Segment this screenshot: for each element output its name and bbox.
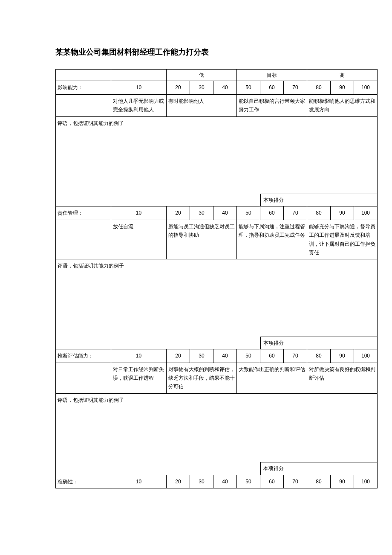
- score-100: 100: [354, 349, 378, 363]
- score-10: 10: [111, 206, 167, 220]
- score-60: 60: [260, 475, 284, 488]
- section-3-comment-label: 评语，包括证明其能力的例子: [56, 393, 378, 407]
- score-100: 100: [354, 81, 378, 94]
- score-20: 20: [167, 81, 190, 94]
- section-1-label: 影响能力：: [56, 81, 111, 94]
- section-2-desc-1: 放任自流: [111, 220, 167, 259]
- section-3-desc-3: 大致能作出正确的判断和评估: [237, 363, 307, 393]
- score-90: 90: [331, 81, 354, 94]
- score-90: 90: [331, 349, 354, 363]
- header-low: 低: [167, 70, 237, 81]
- section-3-comment-area[interactable]: [56, 407, 260, 475]
- score-100: 100: [354, 206, 378, 220]
- section-3-desc-2: 对事物有大概的判断和评估，缺乏方法和手段，结果不能十分可信: [167, 363, 237, 393]
- score-60: 60: [260, 206, 284, 220]
- section-1-comment-area[interactable]: [56, 130, 260, 206]
- score-30: 30: [190, 475, 213, 488]
- score-30: 30: [190, 206, 213, 220]
- section-2-comment-area[interactable]: [56, 273, 260, 349]
- score-10: 10: [111, 475, 167, 488]
- score-30: 30: [190, 81, 213, 94]
- score-50: 50: [237, 206, 260, 220]
- section-2-score-label: 本项得分: [260, 337, 378, 349]
- section-2-desc-2: 虽能与员工沟通但缺乏对员工的指导和协助: [167, 220, 237, 259]
- section-2-desc-4: 能够充分与下属沟通，督导员工的工作进展及时反馈和培训，让下属对自己的工作担负责任: [307, 220, 378, 259]
- score-100: 100: [354, 475, 378, 488]
- score-80: 80: [307, 475, 331, 488]
- section-1-comment-label: 评语，包括证明其能力的例子: [56, 116, 378, 130]
- score-50: 50: [237, 349, 260, 363]
- page-title: 某某物业公司集团材料部经理工作能力打分表: [55, 47, 375, 57]
- header-blank-2: [111, 70, 167, 81]
- score-40: 40: [213, 81, 237, 94]
- score-20: 20: [167, 206, 190, 220]
- score-20: 20: [167, 349, 190, 363]
- score-80: 80: [307, 206, 331, 220]
- section-3-desc-1: 对日常工作经常判断失误，耽误工作进程: [111, 363, 167, 393]
- section-1-desc-2: 有时能影响他人: [167, 94, 237, 116]
- section-3-score-label: 本项得分: [260, 462, 378, 474]
- score-40: 40: [213, 475, 237, 488]
- section-1-score-label: 本项得分: [260, 194, 378, 206]
- score-70: 70: [284, 475, 307, 488]
- score-60: 60: [260, 349, 284, 363]
- score-70: 70: [284, 349, 307, 363]
- score-70: 70: [284, 81, 307, 94]
- section-3-blank: [56, 363, 111, 393]
- score-40: 40: [213, 349, 237, 363]
- score-20: 20: [167, 475, 190, 488]
- section-3-desc-4: 对所做决策有良好的权衡和判断评估: [307, 363, 378, 393]
- score-70: 70: [284, 206, 307, 220]
- scoring-table: 低 目标 高 影响能力： 10 20 30 40 50 60 70 80 90 …: [55, 69, 378, 488]
- header-target: 目标: [237, 70, 307, 81]
- score-10: 10: [111, 81, 167, 94]
- score-40: 40: [213, 206, 237, 220]
- section-1-desc-3: 能以自己积极的言行带领大家努力工作: [237, 94, 307, 116]
- score-80: 80: [307, 349, 331, 363]
- score-10: 10: [111, 349, 167, 363]
- score-90: 90: [331, 206, 354, 220]
- score-90: 90: [331, 475, 354, 488]
- section-2-label: 责任管理：: [56, 206, 111, 220]
- header-high: 高: [307, 70, 378, 81]
- score-30: 30: [190, 349, 213, 363]
- section-2-comment-label: 评语，包括证明其能力的例子: [56, 259, 378, 273]
- section-3-label: 推断评估能力：: [56, 349, 111, 363]
- score-80: 80: [307, 81, 331, 94]
- score-60: 60: [260, 81, 284, 94]
- section-1-desc-4: 能积极影响他人的思维方式和发展方向: [307, 94, 378, 116]
- section-2-desc-3: 能够与下属沟通，注重过程管理，指导和协助员工完成任务: [237, 220, 307, 259]
- score-50: 50: [237, 81, 260, 94]
- section-2-blank: [56, 220, 111, 259]
- section-1-desc-1: 对他人几乎无影响力或完全操纵利用他人: [111, 94, 167, 116]
- score-50: 50: [237, 475, 260, 488]
- section-1-blank: [56, 94, 111, 116]
- header-blank-1: [56, 70, 111, 81]
- section-4-label: 准确性：: [56, 475, 111, 488]
